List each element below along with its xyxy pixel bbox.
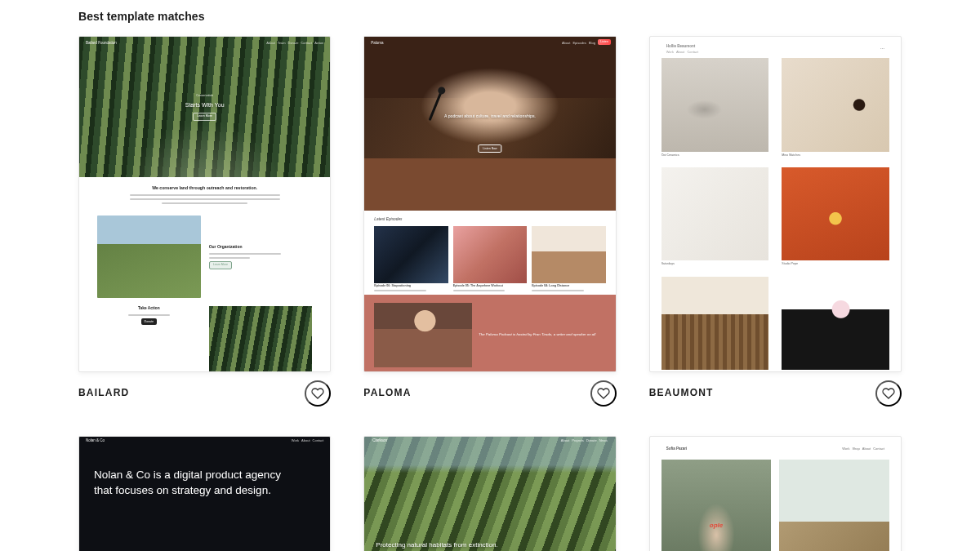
preview-caption: Cecilia Objects	[782, 371, 889, 372]
preview-hero-cta: Learn More	[193, 113, 216, 121]
decorative-line	[532, 290, 583, 291]
preview-image	[374, 226, 448, 283]
preview-pill: Listen	[598, 39, 610, 45]
preview-brand: Bailard Foundation	[86, 41, 117, 47]
preview-episode: Episode 05: The Anywhere Workout	[453, 226, 527, 291]
preview-episode: Episode 04: Long Distance	[532, 226, 605, 291]
preview-image	[782, 167, 889, 260]
decorative-line	[209, 253, 282, 255]
preview-episodes-heading: Latest Episodes	[374, 217, 605, 223]
preview-image	[453, 226, 527, 283]
template-thumbnail[interactable]: Sofia Pazari WorkShop AboutContact	[649, 436, 902, 551]
preview-hero-text: A podcast about culture, travel and rela…	[444, 114, 536, 120]
preview-image	[779, 460, 889, 551]
template-name-link[interactable]: BAILARD	[78, 386, 129, 400]
preview-episode-title: Episode 04: Long Distance	[532, 284, 605, 288]
preview-image	[782, 277, 889, 370]
preview-hero-sup: Conservation	[196, 94, 213, 98]
heart-icon	[311, 386, 324, 401]
favorite-button[interactable]	[590, 380, 617, 407]
preview-episode-title: Episode 05: The Anywhere Workout	[453, 284, 527, 288]
template-card: Bailard Foundation AboutTeam DonateConta…	[78, 36, 331, 407]
preview-subheading: Our Organization	[209, 244, 313, 250]
decorative-line	[130, 194, 280, 196]
preview-cta-heading: Take Action	[138, 306, 160, 312]
decorative-line	[162, 202, 247, 204]
template-name-link[interactable]: PALOMA	[363, 386, 411, 400]
preview-brand: Clarkson	[372, 438, 387, 444]
preview-caption: Oat Ceramics	[662, 153, 769, 158]
preview-brand: Nolan & Co	[86, 438, 105, 444]
template-thumbnail[interactable]: Bailard Foundation AboutTeam DonateConta…	[78, 36, 331, 372]
preview-nav: WorkAboutContact	[666, 50, 699, 55]
preview-caption: Mino Watches	[782, 153, 889, 158]
preview-caption: Saturdays	[662, 262, 769, 266]
template-card: Hollie Beaumont WorkAboutContact ⋯ Oat C…	[649, 36, 902, 407]
preview-tile: Studio Pepe	[782, 167, 889, 267]
preview-image	[662, 58, 769, 151]
preview-tile: Sackett Woodworking	[662, 277, 769, 372]
preview-band-text: The Paloma Podcast is hosted by Fran Tir…	[479, 332, 606, 338]
template-card: Nolan & Co WorkAboutContact Nolan & Co i…	[78, 436, 331, 551]
favorite-button[interactable]	[305, 380, 331, 407]
template-card: Paloma AboutEpisodes BlogContact Listen …	[363, 36, 616, 407]
preview-caption: Sackett Woodworking	[662, 371, 769, 372]
preview-episode: Episode 06: Staycationing	[374, 226, 448, 291]
decorative-line	[374, 290, 425, 291]
decorative-line	[130, 198, 280, 200]
preview-episode-title: Episode 06: Staycationing	[374, 284, 448, 288]
preview-brand: Hollie Beaumont	[666, 44, 696, 48]
preview-button: Learn More	[209, 261, 232, 269]
preview-brand: Sofia Pazari	[666, 447, 688, 452]
preview-topbar: Nolan & Co WorkAboutContact	[79, 437, 330, 445]
preview-nav: AboutProjects DonateNews	[561, 438, 608, 443]
preview-headline: Nolan & Co is a digital product agency t…	[79, 445, 300, 499]
preview-tile: Saturdays	[662, 167, 769, 267]
preview-hero-title: Starts With You	[185, 101, 225, 109]
preview-image	[209, 306, 313, 372]
preview-button: Donate	[141, 318, 158, 325]
preview-nav: WorkShop AboutContact	[842, 447, 884, 451]
preview-image	[374, 303, 472, 367]
preview-image	[532, 226, 605, 283]
preview-topbar: Hollie Beaumont WorkAboutContact ⋯	[662, 45, 889, 53]
preview-headline: Protecting natural habitats from extinct…	[376, 540, 497, 549]
preview-image	[662, 277, 769, 370]
heart-icon	[882, 386, 895, 401]
section-title: Best template matches	[78, 8, 902, 24]
preview-tile: Cecilia Objects	[782, 277, 889, 372]
preview-topbar: Sofia Pazari WorkShop AboutContact	[662, 445, 889, 453]
preview-heading: We conserve land through outreach and re…	[152, 185, 257, 192]
preview-image	[662, 460, 772, 551]
preview-topbar: Paloma AboutEpisodes BlogContact	[364, 39, 615, 47]
preview-image	[782, 58, 889, 151]
preview-tile: Mino Watches	[782, 58, 889, 158]
preview-caption: Studio Pepe	[782, 262, 889, 266]
preview-brand: Paloma	[371, 41, 383, 47]
preview-topbar: Bailard Foundation AboutTeam DonateConta…	[79, 39, 330, 47]
favorite-button[interactable]	[875, 380, 902, 407]
kebab-icon: ⋯	[880, 47, 884, 52]
preview-nav: WorkAboutContact	[292, 438, 324, 443]
template-thumbnail[interactable]: Nolan & Co WorkAboutContact Nolan & Co i…	[78, 436, 331, 551]
preview-image	[97, 216, 201, 298]
template-grid: Bailard Foundation AboutTeam DonateConta…	[78, 36, 902, 551]
preview-nav: AboutTeam DonateContact Action	[266, 41, 323, 46]
decorative-line	[209, 257, 251, 259]
preview-tile: Oat Ceramics	[662, 58, 769, 158]
template-thumbnail[interactable]: Clarkson AboutProjects DonateNews Protec…	[363, 436, 616, 551]
decorative-line	[128, 314, 170, 316]
template-thumbnail[interactable]: Hollie Beaumont WorkAboutContact ⋯ Oat C…	[649, 36, 902, 372]
decorative-line	[453, 290, 505, 291]
microphone-icon	[429, 90, 443, 121]
template-card: Sofia Pazari WorkShop AboutContact	[649, 436, 902, 551]
preview-topbar: Clarkson AboutProjects DonateNews	[364, 437, 615, 445]
template-thumbnail[interactable]: Paloma AboutEpisodes BlogContact Listen …	[363, 36, 616, 372]
template-name-link[interactable]: BEAUMONT	[649, 386, 714, 400]
heart-icon	[597, 386, 610, 401]
template-card: Clarkson AboutProjects DonateNews Protec…	[363, 436, 616, 551]
preview-hero-cta: Listen Now	[478, 144, 501, 153]
preview-image	[662, 167, 769, 260]
